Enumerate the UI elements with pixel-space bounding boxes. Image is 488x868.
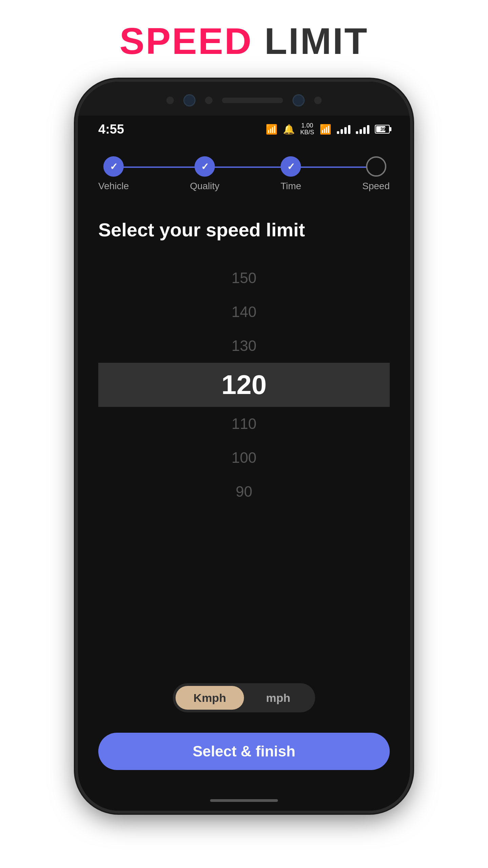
- step-circle-quality: ✓: [195, 156, 215, 177]
- step-circle-time: ✓: [281, 156, 301, 177]
- step-check-time: ✓: [287, 161, 295, 172]
- speed-list[interactable]: 150 140 130 120 110 100 90: [98, 261, 390, 670]
- status-bar: 4:55 📶 🔔 1.00 KB/S 📶: [78, 116, 410, 143]
- speaker-grille: [222, 98, 283, 103]
- speed-picker[interactable]: 150 140 130 120 110 100 90: [98, 261, 390, 670]
- signal-bars-2: [356, 124, 369, 134]
- speed-item-140[interactable]: 140: [98, 295, 390, 329]
- step-line: [108, 166, 380, 168]
- speed-item-100[interactable]: 100: [98, 441, 390, 475]
- step-label-speed: Speed: [362, 181, 390, 192]
- camera-front: [292, 94, 305, 106]
- app-title: SPEED LIMIT: [120, 20, 369, 61]
- limit-word: LIMIT: [264, 20, 368, 62]
- step-vehicle: ✓ Vehicle: [98, 156, 129, 192]
- progress-steps: ✓ Vehicle ✓ Quality ✓ Time: [98, 156, 390, 192]
- step-time: ✓ Time: [281, 156, 301, 192]
- step-circle-vehicle: ✓: [103, 156, 124, 177]
- wifi-icon: 📶: [320, 124, 331, 135]
- camera-dot-extra: [314, 97, 322, 104]
- camera-main: [183, 94, 196, 106]
- step-circle-speed: [366, 156, 386, 177]
- phone-bottom: [78, 790, 410, 811]
- signal-bar-1: [337, 131, 339, 134]
- camera-dot-left: [166, 97, 174, 104]
- signal-bar-5: [356, 131, 358, 134]
- speed-item-120[interactable]: 120: [98, 363, 390, 407]
- signal-bar-2: [341, 129, 343, 134]
- signal-bar-7: [363, 127, 366, 134]
- unit-toggle[interactable]: Kmph mph: [173, 683, 315, 712]
- signal-bar-4: [348, 125, 350, 134]
- speed-item-90[interactable]: 90: [98, 475, 390, 509]
- sound-icon: 🔔: [283, 124, 295, 135]
- status-icons: 📶 🔔 1.00 KB/S 📶: [266, 122, 390, 136]
- step-quality: ✓ Quality: [190, 156, 219, 192]
- battery-icon: 39: [375, 125, 390, 134]
- phone-top-bar: [78, 82, 410, 116]
- step-speed: Speed: [362, 156, 390, 192]
- kb-indicator: 1.00 KB/S: [300, 122, 314, 136]
- app-content: ✓ Vehicle ✓ Quality ✓ Time: [78, 143, 410, 790]
- select-finish-button[interactable]: Select & finish: [98, 733, 390, 770]
- speed-item-150[interactable]: 150: [98, 261, 390, 295]
- step-label-time: Time: [281, 181, 301, 192]
- step-label-quality: Quality: [190, 181, 219, 192]
- bluetooth-icon: 📶: [266, 124, 278, 135]
- speed-item-130[interactable]: 130: [98, 329, 390, 363]
- speed-word: SPEED: [120, 20, 253, 62]
- speed-item-110[interactable]: 110: [98, 407, 390, 441]
- step-check-quality: ✓: [201, 161, 209, 172]
- step-label-vehicle: Vehicle: [98, 181, 129, 192]
- section-title: Select your speed limit: [98, 219, 390, 241]
- battery-text: 39: [376, 126, 390, 132]
- signal-bars-1: [337, 124, 350, 134]
- phone-screen: 4:55 📶 🔔 1.00 KB/S 📶: [78, 82, 410, 811]
- signal-bar-6: [360, 129, 362, 134]
- mph-button[interactable]: mph: [244, 686, 312, 710]
- camera-dot-right: [205, 97, 212, 104]
- phone-frame: 4:55 📶 🔔 1.00 KB/S 📶: [78, 82, 410, 811]
- step-check-vehicle: ✓: [110, 161, 118, 172]
- signal-bar-8: [367, 125, 369, 134]
- kmph-button[interactable]: Kmph: [176, 686, 244, 710]
- home-indicator: [210, 799, 278, 802]
- signal-bar-3: [344, 127, 347, 134]
- status-time: 4:55: [98, 122, 124, 137]
